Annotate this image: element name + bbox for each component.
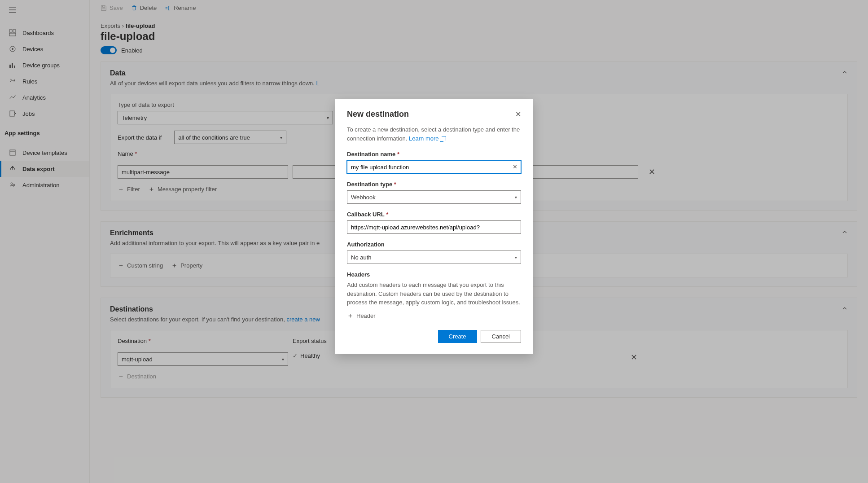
dest-type-select[interactable]: Webhook ▾ xyxy=(347,190,521,204)
add-header-button[interactable]: ＋Header xyxy=(347,312,521,320)
new-destination-dialog: New destination ✕ To create a new destin… xyxy=(335,99,533,354)
cancel-button[interactable]: Cancel xyxy=(481,330,521,343)
clear-input-button[interactable]: ✕ xyxy=(513,163,517,170)
plus-icon: ＋ xyxy=(347,312,354,320)
callback-url-label: Callback URL * xyxy=(347,211,521,218)
authorization-select[interactable]: No auth ▾ xyxy=(347,250,521,264)
chevron-down-icon: ▾ xyxy=(515,195,517,200)
modal-overlay: New destination ✕ To create a new destin… xyxy=(0,0,868,483)
dest-name-input[interactable] xyxy=(347,160,521,174)
callback-url-input[interactable] xyxy=(347,220,521,234)
dialog-title: New destination xyxy=(347,110,409,119)
authorization-label: Authorization xyxy=(347,241,521,248)
headers-label: Headers xyxy=(347,271,521,278)
close-icon: ✕ xyxy=(513,163,517,170)
dest-type-label: Destination type * xyxy=(347,181,521,188)
headers-description: Add custom headers to each message that … xyxy=(347,281,521,307)
learn-more-link[interactable]: Learn more xyxy=(409,135,446,142)
external-link-icon xyxy=(442,136,446,141)
chevron-down-icon: ▾ xyxy=(515,255,517,260)
dialog-close-button[interactable]: ✕ xyxy=(515,110,521,119)
close-icon: ✕ xyxy=(515,110,521,118)
create-button[interactable]: Create xyxy=(438,330,477,343)
dest-name-label: Destination name * xyxy=(347,151,521,158)
dialog-description: To create a new destination, select a de… xyxy=(347,125,521,143)
